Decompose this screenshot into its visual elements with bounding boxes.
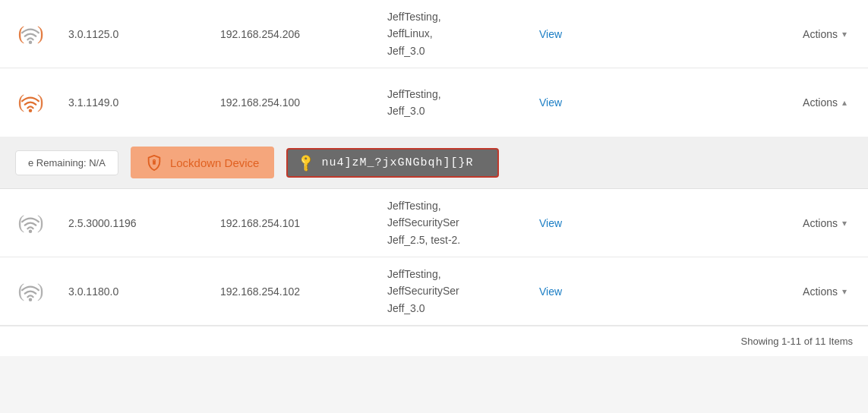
device-icon-col: ( ) (0, 208, 61, 238)
ip-cell: 192.168.254.100 (213, 96, 380, 109)
chevron-down-icon: ▾ (842, 218, 847, 229)
shield-icon (146, 154, 163, 171)
actions-button[interactable]: Actions ▴ (797, 93, 853, 112)
groups-cell: JeffTesting,JeffSecuritySerJeff_2.5, tes… (380, 197, 532, 248)
groups-cell: JeffTesting,Jeff_3.0 (380, 86, 532, 120)
actions-col: Actions ▾ (592, 214, 868, 232)
wifi-icon: ( ) (15, 208, 46, 238)
view-col: View (532, 28, 592, 40)
wifi-icon: ( ) (15, 19, 46, 49)
password-value: nu4]zM_?jxGNGbqh][}R (321, 156, 473, 169)
view-link[interactable]: View (539, 217, 562, 229)
lockdown-device-button[interactable]: Lockdown Device (131, 147, 275, 178)
svg-point-7 (153, 159, 156, 162)
view-col: View (532, 96, 592, 109)
key-icon: 🔑 (296, 152, 317, 173)
device-icon-col: ( ) (0, 87, 61, 118)
svg-text:): ) (37, 23, 43, 44)
svg-text:(: ( (18, 280, 24, 301)
svg-point-0 (29, 40, 33, 44)
ip-cell: 192.168.254.206 (213, 28, 380, 40)
view-col: View (532, 217, 592, 229)
actions-button[interactable]: Actions ▾ (797, 214, 853, 232)
actions-col: Actions ▴ (592, 93, 868, 112)
view-col: View (532, 285, 592, 298)
footer-row: Showing 1-11 of 11 Items (0, 326, 868, 356)
table-row: ( ) 3.0.1180.0 192.168.254.102 JeffTesti… (0, 257, 868, 326)
view-link[interactable]: View (539, 28, 562, 40)
version-cell: 3.1.1149.0 (61, 96, 213, 109)
groups-cell: JeffTesting,JeffSecuritySerJeff_3.0 (380, 266, 532, 317)
table-row: ( ) 3.0.1125.0 192.168.254.206 JeffTesti… (0, 0, 868, 68)
lockdown-label: Lockdown Device (170, 156, 260, 169)
svg-text:): ) (37, 212, 43, 233)
expansion-content: e Remaining: N/A Lockdown Device 🔑 nu4]z… (0, 137, 868, 188)
groups-cell: JeffTesting,JeffLinux,Jeff_3.0 (380, 8, 532, 59)
device-table: ( ) 3.0.1125.0 192.168.254.206 JeffTesti… (0, 0, 868, 356)
version-cell: 2.5.3000.1196 (61, 217, 213, 229)
view-link[interactable]: View (539, 285, 562, 298)
view-link[interactable]: View (539, 96, 562, 109)
actions-col: Actions ▾ (592, 25, 868, 43)
wifi-icon: ( ) (15, 276, 46, 307)
remaining-badge: e Remaining: N/A (15, 150, 118, 175)
actions-button[interactable]: Actions ▾ (797, 25, 853, 43)
svg-point-10 (29, 229, 33, 233)
svg-text:(: ( (18, 23, 24, 44)
ip-cell: 192.168.254.101 (213, 217, 380, 229)
chevron-up-icon: ▴ (842, 97, 847, 108)
version-cell: 3.0.1180.0 (61, 285, 213, 298)
svg-text:(: ( (18, 212, 24, 233)
chevron-down-icon: ▾ (842, 286, 847, 297)
svg-text:(: ( (18, 91, 24, 112)
expansion-row: e Remaining: N/A Lockdown Device 🔑 nu4]z… (0, 137, 868, 189)
svg-text:): ) (37, 280, 43, 301)
svg-text:): ) (37, 91, 43, 112)
actions-col: Actions ▾ (592, 282, 868, 301)
table-row: ( ) 3.1.1149.0 192.168.254.100 JeffTesti… (0, 68, 868, 137)
version-cell: 3.0.1125.0 (61, 28, 213, 40)
svg-point-13 (29, 298, 33, 301)
device-icon-col: ( ) (0, 19, 61, 49)
wifi-icon: ( ) (15, 87, 46, 118)
chevron-down-icon: ▾ (842, 29, 847, 39)
showing-label: Showing 1-11 of 11 Items (741, 336, 853, 347)
table-row: ( ) 2.5.3000.1196 192.168.254.101 JeffTe… (0, 189, 868, 257)
password-field: 🔑 nu4]zM_?jxGNGbqh][}R (286, 148, 499, 178)
device-icon-col: ( ) (0, 276, 61, 307)
svg-point-5 (29, 109, 33, 113)
ip-cell: 192.168.254.102 (213, 285, 380, 298)
actions-button[interactable]: Actions ▾ (797, 282, 853, 301)
